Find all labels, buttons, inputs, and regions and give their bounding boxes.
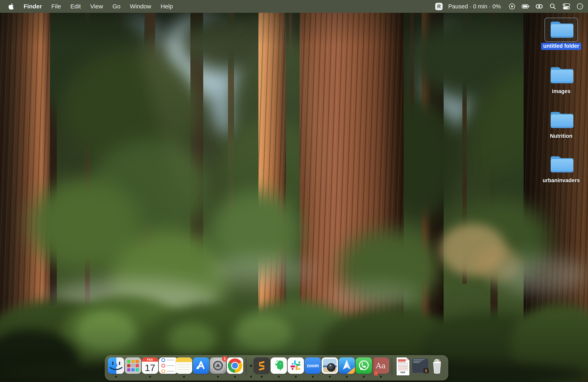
running-indicator (217, 376, 219, 378)
dictionary-aa-glyph: Aa (376, 362, 386, 370)
dock-chrome[interactable] (227, 357, 243, 374)
folder-label: Nutrition (550, 133, 572, 139)
running-indicator (234, 376, 236, 378)
menu-item-go[interactable]: Go (112, 3, 120, 10)
desktop-folder-nutrition[interactable]: Nutrition (540, 108, 582, 139)
chrome-icon (227, 357, 243, 374)
running-indicator (363, 376, 365, 378)
spark-mail-icon (339, 357, 355, 374)
bookmark-ribbon-icon (374, 371, 378, 376)
dock-mini-app[interactable] (249, 357, 253, 374)
apple-menu[interactable] (8, 3, 14, 10)
pdf-document-icon: PDF (397, 357, 409, 375)
trash-full-icon (429, 357, 445, 375)
play-circle-icon[interactable] (508, 2, 516, 10)
running-indicator (115, 376, 117, 378)
evernote-icon (271, 357, 287, 374)
battery-icon[interactable] (522, 2, 530, 10)
menu-bar-status-area: R Paused · 0 min · 0% (435, 2, 588, 10)
menu-item-view[interactable]: View (90, 3, 103, 10)
dock-launchpad[interactable] (125, 357, 141, 374)
menu-item-edit[interactable]: Edit (70, 3, 81, 10)
dock-preview[interactable] (322, 357, 338, 374)
running-indicator (346, 376, 348, 378)
wallpaper-sequoia-forest[interactable] (0, 0, 588, 382)
app-store-icon (193, 357, 209, 374)
dock-slack[interactable] (288, 357, 304, 374)
finder-icon (108, 357, 124, 374)
dock-trash[interactable] (429, 357, 445, 374)
menu-item-file[interactable]: File (51, 3, 61, 10)
dock-app-store[interactable] (193, 357, 209, 374)
menu-bar: Finder File Edit View Go Window Help R P… (0, 0, 588, 13)
dock-separator (392, 357, 392, 375)
preview-icon (322, 357, 338, 374)
running-indicator (183, 376, 185, 378)
menu-bar-left: Finder File Edit View Go Window Help (0, 3, 173, 10)
running-indicator (329, 376, 331, 378)
desktop-folder-untitled[interactable]: untitled folder (540, 18, 582, 50)
link-icon[interactable] (535, 2, 543, 10)
dock-whatsapp[interactable] (356, 357, 372, 374)
folder-label: untitled folder (541, 43, 581, 50)
folder-icon-box (545, 152, 578, 177)
menu-item-window[interactable]: Window (130, 3, 151, 10)
dock-zoom[interactable]: zoom (305, 357, 321, 374)
zoom-icon: zoom (305, 357, 321, 374)
folder-icon-box (545, 63, 578, 88)
running-indicator (149, 376, 151, 378)
dock-finder[interactable] (108, 357, 124, 374)
slack-icon (288, 357, 304, 374)
folder-icon (549, 20, 573, 39)
folder-selection-box (545, 18, 578, 42)
desktop-folder-urbaninvaders[interactable]: urbaninvaders (540, 152, 582, 184)
running-indicator (295, 376, 297, 378)
zoom-wordmark: zoom (307, 363, 319, 368)
calendar-month: FEB (142, 357, 158, 362)
running-indicator (261, 376, 263, 378)
folder-icon (549, 110, 573, 129)
running-indicator (380, 376, 382, 378)
settings-notification-badge: 1 (222, 356, 228, 362)
reminders-icon (159, 357, 178, 374)
rize-app-icon[interactable]: R (435, 3, 442, 10)
menu-item-finder[interactable]: Finder (24, 3, 42, 10)
launchpad-icon (125, 357, 141, 374)
running-indicator (278, 376, 280, 378)
dictionary-icon: Aa (373, 357, 389, 374)
whatsapp-icon (356, 357, 372, 374)
folder-icon-box (545, 108, 578, 132)
dock-system-settings[interactable]: 1 (210, 357, 226, 374)
clock-icon[interactable] (576, 2, 584, 10)
desktop-folder-images[interactable]: images (540, 63, 582, 95)
menu-item-help[interactable]: Help (161, 3, 173, 10)
dock: FEB 17 1 (105, 355, 448, 381)
sublime-window-thumbnail (412, 358, 429, 373)
folder-icon (549, 65, 573, 84)
folder-label: urbaninvaders (543, 177, 580, 184)
dock-notes[interactable] (176, 357, 192, 374)
folder-label: images (552, 88, 570, 95)
dock-spark[interactable] (339, 357, 355, 374)
timer-status-text[interactable]: Paused · 0 min · 0% (448, 3, 501, 10)
folder-icon (549, 154, 573, 174)
macos-desktop: Finder File Edit View Go Window Help R P… (0, 0, 588, 382)
apple-logo-icon (8, 3, 14, 10)
notes-icon (176, 357, 192, 374)
dock-sublime-text[interactable] (253, 357, 270, 374)
dock-dictionary[interactable]: Aa (373, 357, 389, 374)
running-indicator (250, 376, 252, 378)
mini-app-icon (250, 365, 252, 367)
dock-sublime-window[interactable] (412, 357, 428, 374)
dock-calendar[interactable]: FEB 17 (142, 357, 158, 374)
control-center-icon[interactable] (562, 2, 570, 10)
calendar-icon: FEB 17 (142, 357, 158, 374)
dock-evernote[interactable] (271, 357, 287, 374)
sublime-text-icon (253, 357, 270, 374)
dock-pdf-document[interactable]: PDF (395, 357, 411, 374)
dock-separator (246, 357, 246, 375)
running-indicator (312, 376, 314, 378)
dock-reminders[interactable] (159, 357, 175, 374)
spotlight-search-icon[interactable] (549, 2, 557, 10)
calendar-day: 17 (142, 362, 158, 374)
